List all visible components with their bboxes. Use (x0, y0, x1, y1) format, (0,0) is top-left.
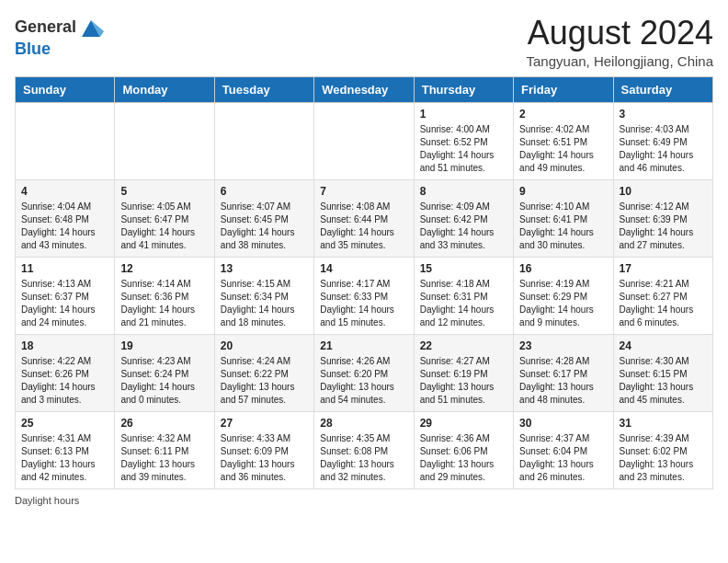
calendar-cell: 3Sunrise: 4:03 AM Sunset: 6:49 PM Daylig… (613, 102, 712, 179)
day-detail: Sunrise: 4:33 AM Sunset: 6:09 PM Dayligh… (221, 432, 308, 484)
calendar-cell: 26Sunrise: 4:32 AM Sunset: 6:11 PM Dayli… (115, 411, 214, 488)
calendar-cell: 2Sunrise: 4:02 AM Sunset: 6:51 PM Daylig… (514, 102, 613, 179)
calendar-cell: 29Sunrise: 4:36 AM Sunset: 6:06 PM Dayli… (414, 411, 513, 488)
calendar-cell: 7Sunrise: 4:08 AM Sunset: 6:44 PM Daylig… (314, 179, 414, 257)
calendar-cell: 27Sunrise: 4:33 AM Sunset: 6:09 PM Dayli… (214, 411, 313, 488)
day-detail: Sunrise: 4:04 AM Sunset: 6:48 PM Dayligh… (21, 201, 108, 252)
day-number: 8 (420, 185, 507, 198)
weekday-header-cell: Monday (115, 76, 214, 102)
day-detail: Sunrise: 4:12 AM Sunset: 6:39 PM Dayligh… (620, 201, 707, 252)
day-detail: Sunrise: 4:15 AM Sunset: 6:34 PM Dayligh… (221, 278, 308, 329)
day-number: 14 (320, 262, 407, 275)
day-number: 29 (420, 417, 507, 430)
page-header: General Blue August 2024 Tangyuan, Heilo… (15, 15, 713, 69)
day-detail: Sunrise: 4:13 AM Sunset: 6:37 PM Dayligh… (21, 278, 108, 329)
day-number: 3 (620, 108, 707, 121)
day-number: 18 (21, 339, 108, 352)
weekday-header-cell: Tuesday (214, 76, 313, 102)
day-number: 21 (320, 339, 407, 352)
day-number: 2 (519, 108, 607, 121)
weekday-header-cell: Friday (514, 76, 613, 102)
day-number: 7 (320, 185, 407, 198)
day-detail: Sunrise: 4:24 AM Sunset: 6:22 PM Dayligh… (221, 355, 308, 407)
calendar-week-row: 4Sunrise: 4:04 AM Sunset: 6:48 PM Daylig… (16, 179, 713, 257)
day-number: 17 (620, 262, 707, 275)
calendar-cell: 23Sunrise: 4:28 AM Sunset: 6:17 PM Dayli… (514, 334, 613, 411)
calendar-cell: 1Sunrise: 4:00 AM Sunset: 6:52 PM Daylig… (414, 102, 513, 179)
calendar-cell: 5Sunrise: 4:05 AM Sunset: 6:47 PM Daylig… (115, 179, 214, 257)
day-number: 13 (221, 262, 308, 275)
day-detail: Sunrise: 4:05 AM Sunset: 6:47 PM Dayligh… (120, 201, 208, 252)
day-number: 28 (320, 417, 407, 430)
day-number: 30 (519, 417, 607, 430)
calendar-cell: 16Sunrise: 4:19 AM Sunset: 6:29 PM Dayli… (514, 257, 613, 334)
day-detail: Sunrise: 4:32 AM Sunset: 6:11 PM Dayligh… (120, 432, 208, 484)
calendar-cell: 20Sunrise: 4:24 AM Sunset: 6:22 PM Dayli… (214, 334, 313, 411)
day-detail: Sunrise: 4:30 AM Sunset: 6:15 PM Dayligh… (620, 355, 707, 407)
day-detail: Sunrise: 4:39 AM Sunset: 6:02 PM Dayligh… (620, 432, 707, 484)
day-detail: Sunrise: 4:18 AM Sunset: 6:31 PM Dayligh… (420, 278, 507, 329)
day-number: 9 (519, 185, 607, 198)
day-detail: Sunrise: 4:10 AM Sunset: 6:41 PM Dayligh… (519, 201, 607, 252)
calendar-cell: 9Sunrise: 4:10 AM Sunset: 6:41 PM Daylig… (514, 179, 613, 257)
weekday-header-row: SundayMondayTuesdayWednesdayThursdayFrid… (16, 76, 713, 102)
day-detail: Sunrise: 4:07 AM Sunset: 6:45 PM Dayligh… (221, 201, 308, 252)
calendar-cell: 19Sunrise: 4:23 AM Sunset: 6:24 PM Dayli… (115, 334, 214, 411)
calendar-cell: 31Sunrise: 4:39 AM Sunset: 6:02 PM Dayli… (613, 411, 712, 488)
day-detail: Sunrise: 4:28 AM Sunset: 6:17 PM Dayligh… (519, 355, 607, 407)
location-subtitle: Tangyuan, Heilongjiang, China (527, 53, 713, 69)
calendar-cell (16, 102, 115, 179)
calendar-week-row: 25Sunrise: 4:31 AM Sunset: 6:13 PM Dayli… (16, 411, 713, 488)
day-number: 11 (21, 262, 108, 275)
day-number: 4 (21, 185, 108, 198)
day-number: 16 (519, 262, 607, 275)
logo-icon (78, 15, 104, 40)
calendar-week-row: 1Sunrise: 4:00 AM Sunset: 6:52 PM Daylig… (16, 102, 713, 179)
day-detail: Sunrise: 4:35 AM Sunset: 6:08 PM Dayligh… (320, 432, 407, 484)
day-detail: Sunrise: 4:19 AM Sunset: 6:29 PM Dayligh… (519, 278, 607, 329)
day-number: 31 (620, 417, 707, 430)
day-detail: Sunrise: 4:09 AM Sunset: 6:42 PM Dayligh… (420, 201, 507, 252)
calendar-cell: 6Sunrise: 4:07 AM Sunset: 6:45 PM Daylig… (214, 179, 313, 257)
day-number: 6 (221, 185, 308, 198)
day-number: 10 (620, 185, 707, 198)
calendar-cell: 21Sunrise: 4:26 AM Sunset: 6:20 PM Dayli… (314, 334, 414, 411)
calendar-cell: 14Sunrise: 4:17 AM Sunset: 6:33 PM Dayli… (314, 257, 414, 334)
calendar-cell: 8Sunrise: 4:09 AM Sunset: 6:42 PM Daylig… (414, 179, 513, 257)
day-detail: Sunrise: 4:27 AM Sunset: 6:19 PM Dayligh… (420, 355, 507, 407)
calendar-cell (115, 102, 214, 179)
day-detail: Sunrise: 4:26 AM Sunset: 6:20 PM Dayligh… (320, 355, 407, 407)
day-detail: Sunrise: 4:36 AM Sunset: 6:06 PM Dayligh… (420, 432, 507, 484)
calendar-cell: 11Sunrise: 4:13 AM Sunset: 6:37 PM Dayli… (16, 257, 115, 334)
weekday-header-cell: Thursday (414, 76, 513, 102)
calendar-cell (214, 102, 313, 179)
calendar-cell: 4Sunrise: 4:04 AM Sunset: 6:48 PM Daylig… (16, 179, 115, 257)
calendar-cell: 22Sunrise: 4:27 AM Sunset: 6:19 PM Dayli… (414, 334, 513, 411)
day-number: 23 (519, 339, 607, 352)
day-detail: Sunrise: 4:31 AM Sunset: 6:13 PM Dayligh… (21, 432, 108, 484)
calendar-cell: 30Sunrise: 4:37 AM Sunset: 6:04 PM Dayli… (514, 411, 613, 488)
day-detail: Sunrise: 4:17 AM Sunset: 6:33 PM Dayligh… (320, 278, 407, 329)
day-detail: Sunrise: 4:02 AM Sunset: 6:51 PM Dayligh… (519, 123, 607, 175)
weekday-header-cell: Wednesday (314, 76, 414, 102)
day-number: 5 (120, 185, 208, 198)
logo: General Blue (15, 15, 104, 59)
calendar-cell: 24Sunrise: 4:30 AM Sunset: 6:15 PM Dayli… (613, 334, 712, 411)
day-detail: Sunrise: 4:23 AM Sunset: 6:24 PM Dayligh… (120, 355, 208, 407)
day-detail: Sunrise: 4:08 AM Sunset: 6:44 PM Dayligh… (320, 201, 407, 252)
footer-note: Daylight hours (15, 495, 713, 506)
day-number: 15 (420, 262, 507, 275)
logo-general: General (15, 18, 76, 37)
day-detail: Sunrise: 4:14 AM Sunset: 6:36 PM Dayligh… (120, 278, 208, 329)
calendar-cell: 10Sunrise: 4:12 AM Sunset: 6:39 PM Dayli… (613, 179, 712, 257)
calendar-table: SundayMondayTuesdayWednesdayThursdayFrid… (15, 76, 713, 489)
calendar-cell: 15Sunrise: 4:18 AM Sunset: 6:31 PM Dayli… (414, 257, 513, 334)
day-number: 22 (420, 339, 507, 352)
day-number: 25 (21, 417, 108, 430)
day-detail: Sunrise: 4:21 AM Sunset: 6:27 PM Dayligh… (620, 278, 707, 329)
calendar-week-row: 11Sunrise: 4:13 AM Sunset: 6:37 PM Dayli… (16, 257, 713, 334)
day-detail: Sunrise: 4:00 AM Sunset: 6:52 PM Dayligh… (420, 123, 507, 175)
day-number: 20 (221, 339, 308, 352)
calendar-cell: 12Sunrise: 4:14 AM Sunset: 6:36 PM Dayli… (115, 257, 214, 334)
logo-blue: Blue (15, 40, 104, 59)
